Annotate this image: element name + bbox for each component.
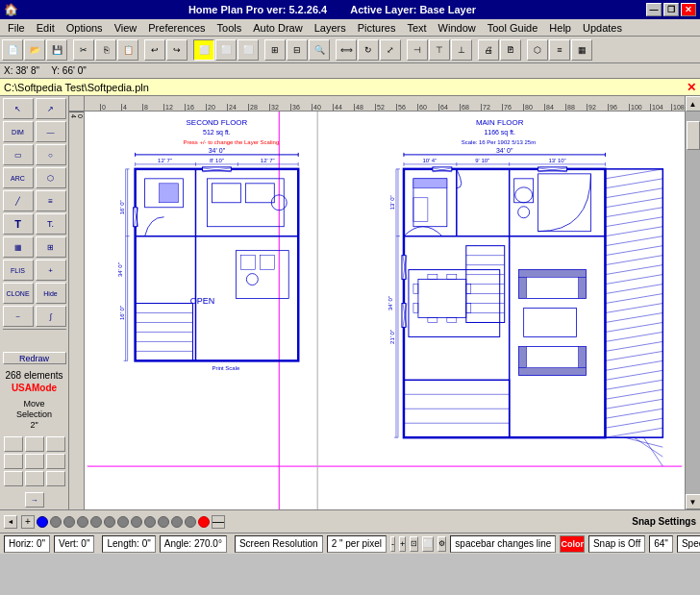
tool-bezier[interactable]: ∫ [36, 306, 66, 327]
tb-draw3[interactable]: ⬜ [238, 39, 259, 61]
redraw-button[interactable]: Redraw [3, 352, 66, 364]
tb-extra3[interactable]: ▦ [571, 39, 592, 61]
tb-print[interactable]: 🖨 [478, 39, 499, 61]
menu-pictures[interactable]: Pictures [352, 21, 402, 35]
menu-preferences[interactable]: Preferences [142, 21, 211, 35]
tool-text[interactable]: T [3, 213, 34, 235]
tb-print2[interactable]: 🖹 [500, 39, 521, 61]
nav-arrow[interactable]: → [25, 492, 44, 508]
menu-updates[interactable]: Updates [577, 21, 628, 35]
mini-grid-1[interactable] [4, 436, 23, 452]
tool-flis[interactable]: FLIS [3, 260, 34, 281]
snap-dot-12[interactable] [185, 516, 196, 528]
snap-dot-13[interactable] [198, 516, 210, 528]
canvas-drawing[interactable]: SECOND FLOOR 512 sq ft. Press +/- to cha… [85, 112, 685, 509]
tb-cut[interactable]: ✂ [73, 39, 94, 61]
menu-file[interactable]: File [2, 21, 31, 35]
tool-text2[interactable]: T. [36, 213, 66, 235]
snap-dot-11[interactable] [171, 516, 183, 528]
snap-dot-10[interactable] [158, 516, 169, 528]
mini-grid-5[interactable] [25, 454, 44, 469]
menu-edit[interactable]: Edit [31, 21, 61, 35]
tool-hatch[interactable]: ⊞ [36, 236, 66, 258]
filepath-close[interactable]: ✕ [687, 81, 696, 94]
tool-dim2[interactable]: — [36, 121, 66, 142]
restore-button[interactable]: ❐ [663, 3, 679, 16]
tb-extra2[interactable]: ≡ [549, 39, 570, 61]
minimize-button[interactable]: — [646, 3, 662, 16]
tb-copy[interactable]: ⎘ [95, 39, 116, 61]
mini-grid-6[interactable] [46, 454, 65, 469]
scroll-up-button[interactable]: ▲ [686, 96, 701, 112]
tool-fill[interactable]: ▦ [3, 236, 34, 258]
zoom-out-btn[interactable]: - [390, 536, 395, 552]
tb-scale[interactable]: ⤢ [380, 39, 401, 61]
tb-extra1[interactable]: ⬡ [527, 39, 548, 61]
snap-dot-5[interactable] [90, 516, 102, 528]
snap-dot-2[interactable] [50, 516, 62, 528]
tb-snap1[interactable]: ⊞ [264, 39, 286, 61]
tb-mirror[interactable]: ⟺ [336, 39, 357, 61]
snap-dot-1[interactable] [37, 516, 48, 528]
menu-tools[interactable]: Tools [212, 21, 248, 35]
snap-dot-3[interactable] [63, 516, 75, 528]
scroll-thumb-v[interactable] [687, 121, 700, 150]
zoom-fit-btn[interactable]: ⊡ [410, 536, 418, 552]
zoom-in-btn[interactable]: + [399, 536, 406, 552]
tb-draw2[interactable]: ⬜ [215, 39, 237, 61]
tool-hide[interactable]: Hide [36, 283, 66, 304]
tb-save[interactable]: 💾 [46, 39, 67, 61]
tool-rect[interactable]: ▭ [3, 144, 34, 165]
scroll-down-button[interactable]: ▼ [686, 494, 701, 509]
tool-select2[interactable]: ↗ [36, 98, 66, 119]
tb-paste[interactable]: 📋 [117, 39, 138, 61]
snap-dot-4[interactable] [77, 516, 88, 528]
snap-dot-6[interactable] [104, 516, 115, 528]
tb-align3[interactable]: ⊥ [451, 39, 472, 61]
tb-zoom[interactable]: 🔍 [309, 39, 330, 61]
snap-minus[interactable]: — [212, 515, 225, 529]
mini-grid-8[interactable] [25, 471, 44, 486]
tb-align2[interactable]: ⊤ [429, 39, 450, 61]
tool-stair[interactable]: ≡ [36, 190, 66, 211]
mini-grid-2[interactable] [25, 436, 44, 452]
menu-view[interactable]: View [109, 21, 143, 35]
menu-layers[interactable]: Layers [309, 21, 352, 35]
menu-toolguide[interactable]: Tool Guide [482, 21, 544, 35]
snap-plus[interactable]: + [21, 515, 35, 529]
snap-dot-7[interactable] [117, 516, 129, 528]
mini-grid-9[interactable] [46, 471, 65, 486]
color-indicator[interactable]: Color [560, 535, 585, 553]
tb-draw1[interactable]: ⬜ [193, 39, 214, 61]
menu-help[interactable]: Help [543, 21, 577, 35]
tool-curve[interactable]: ~ [3, 306, 34, 327]
mini-grid-3[interactable] [46, 436, 65, 452]
tool-ellipse[interactable]: ○ [36, 144, 66, 165]
tb-rotate[interactable]: ↻ [358, 39, 379, 61]
tb-redo[interactable]: ↪ [166, 39, 188, 61]
menu-options[interactable]: Options [61, 21, 109, 35]
menu-window[interactable]: Window [433, 21, 482, 35]
close-button[interactable]: ✕ [681, 3, 696, 16]
zoom-custom-btn[interactable]: ⚙ [438, 536, 446, 552]
zoom-page-btn[interactable]: ⬜ [422, 536, 434, 552]
snap-dot-8[interactable] [131, 516, 142, 528]
tool-line[interactable]: ╱ [3, 190, 34, 211]
menu-autodraw[interactable]: Auto Draw [247, 21, 308, 35]
tool-dim[interactable]: DIM [3, 121, 34, 142]
menu-text[interactable]: Text [401, 21, 432, 35]
scroll-track-v[interactable] [686, 112, 701, 494]
tool-select[interactable]: ↖ [3, 98, 34, 119]
tool-arc[interactable]: ARC [3, 167, 34, 188]
tb-new[interactable]: 📄 [2, 39, 23, 61]
tb-align1[interactable]: ⊣ [407, 39, 428, 61]
tool-poly[interactable]: ⬡ [36, 167, 66, 188]
tool-extra[interactable]: + [36, 260, 66, 281]
tool-clone[interactable]: CLONE [3, 283, 34, 304]
mini-grid-4[interactable] [4, 454, 23, 469]
tb-undo[interactable]: ↩ [144, 39, 165, 61]
mini-grid-7[interactable] [4, 471, 23, 486]
tb-snap2[interactable]: ⊟ [287, 39, 308, 61]
tb-open[interactable]: 📂 [24, 39, 45, 61]
scroll-left-button[interactable]: ◄ [4, 515, 17, 529]
